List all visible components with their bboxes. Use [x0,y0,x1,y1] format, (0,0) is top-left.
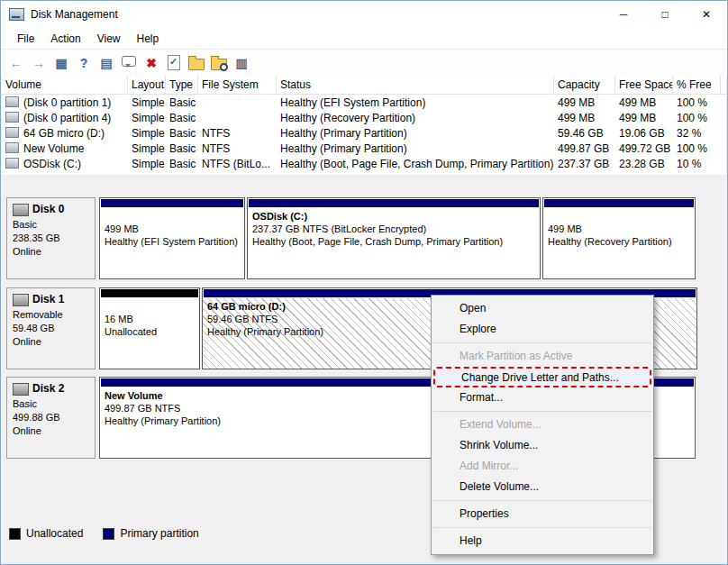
search-folder-icon[interactable] [210,54,228,72]
toolbar: ←→▦?▤✖▥ [1,49,727,77]
cell-layout: Simple [128,158,166,170]
volume-table-body: (Disk 0 partition 1)SimpleBasicHealthy (… [2,95,726,171]
cell-file_system: NTFS [198,142,277,155]
partition-color-bar [249,199,539,207]
cell-free_space: 23.28 GB [615,158,673,170]
context-menu-item-help[interactable]: Help [432,531,653,551]
context-menu-item-delete-volume[interactable]: Delete Volume... [432,477,653,497]
cell-status: Healthy (Recovery Partition) [277,112,554,124]
partition-body: 499 MBHealthy (EFI System Partition) [100,208,244,278]
partition-unallocated[interactable]: 16 MBUnallocated [99,287,200,369]
cell-type: Basic [166,142,198,155]
cell-status: Healthy (Primary Partition) [277,142,554,155]
table-row-64-gb-micro-d[interactable]: 64 GB micro (D:)SimpleBasicNTFSHealthy (… [2,125,726,141]
properties-icon[interactable]: ▥ [232,54,250,72]
action-pane-icon[interactable] [120,54,138,72]
app-icon [9,8,24,21]
menu-separator [433,500,651,501]
list-view-icon[interactable]: ▤ [97,54,115,72]
partition-size-line: 499 MB [105,223,240,235]
disk-size: 238.35 GB [13,232,89,245]
partition-body: 499 MBHealthy (Recovery Partition) [543,208,695,278]
context-menu-item-properties[interactable]: Properties [432,504,653,524]
partition-color-bar [544,199,694,207]
column-header-volume[interactable]: Volume [2,76,128,94]
column-header-type[interactable]: Type [166,76,198,94]
check-document-icon[interactable] [165,54,183,72]
column-header-status[interactable]: Status [277,76,554,94]
title-bar: Disk Management ─ □ ✕ [1,1,727,28]
table-row-disk-0-partition-4[interactable]: (Disk 0 partition 4)SimpleBasicHealthy (… [2,110,726,125]
refresh-folder-icon[interactable] [187,54,205,72]
context-menu-item-shrink-volume[interactable]: Shrink Volume... [432,435,653,456]
context-menu-item-change-drive-letter-and-paths[interactable]: Change Drive Letter and Paths... [433,367,651,387]
menu-bar: FileActionViewHelp [1,28,727,49]
context-menu-item-mark-partition-as-active: Mark Partition as Active [432,346,653,367]
cell-type: Basic [166,112,198,124]
menu-separator [433,411,651,412]
help-icon[interactable]: ? [75,54,93,72]
table-row-disk-0-partition-1[interactable]: (Disk 0 partition 1)SimpleBasicHealthy (… [2,95,726,110]
partition-osdisk-c[interactable]: OSDisk (C:)237.37 GB NTFS (BitLocker Enc… [247,197,541,279]
column-header-capacity[interactable]: Capacity [554,76,615,94]
disk-size: 499.88 GB [13,411,89,424]
partition-status-line: Healthy (Boot, Page File, Crash Dump, Pr… [252,235,535,248]
partition-size-line: 499 MB [548,223,690,235]
action-pane-icon-glyph [122,56,136,67]
cell-pct_free: 10 % [673,158,721,170]
disk-size: 59.48 GB [13,322,89,335]
volume-icon [5,142,19,153]
legend-swatch [9,528,21,540]
cell-capacity: 499 MB [554,112,615,124]
search-folder-icon-glyph [211,59,227,70]
disk-type: Basic [13,397,89,411]
cell-volume: 64 GB micro (D:) [2,127,128,140]
cell-type: Basic [166,127,198,140]
table-row-new-volume[interactable]: New VolumeSimpleBasicNTFSHealthy (Primar… [2,141,726,156]
column-header-file_system[interactable]: File System [198,76,277,94]
context-menu-item-format[interactable]: Format... [432,387,653,408]
disk-panel-disk-2[interactable]: Disk 2Basic499.88 GBOnline [6,377,96,459]
disk-panel-disk-1[interactable]: Disk 1Removable59.48 GBOnline [6,287,96,369]
partition-title [548,210,690,223]
minimize-button[interactable]: ─ [603,1,644,28]
column-header-layout[interactable]: Layout [128,76,166,94]
back-icon[interactable]: ← [7,54,25,72]
disk-status: Online [13,335,89,349]
menu-help[interactable]: Help [129,30,168,48]
column-header-free_space[interactable]: Free Space [615,76,673,94]
partition-healthy-efi-system-partition[interactable]: 499 MBHealthy (EFI System Partition) [99,197,245,279]
console-tree-icon[interactable]: ▦ [52,54,70,72]
context-menu-item-explore[interactable]: Explore [432,319,653,340]
cell-capacity: 499.87 GB [554,142,615,155]
partition-healthy-recovery-partition[interactable]: 499 MBHealthy (Recovery Partition) [542,197,696,279]
menu-file[interactable]: File [9,30,42,48]
menu-action[interactable]: Action [42,30,88,48]
partition-title: OSDisk (C:) [252,210,535,223]
table-row-osdisk-c[interactable]: OSDisk (C:)SimpleBasicNTFS (BitLo...Heal… [2,156,726,171]
forward-icon[interactable]: → [30,54,48,72]
cell-file_system: NTFS [198,127,277,140]
volume-table-header: VolumeLayoutTypeFile SystemStatusCapacit… [2,76,726,95]
disk-name: Disk 2 [32,382,64,396]
disk-management-window: Disk Management ─ □ ✕ FileActionViewHelp… [0,0,728,565]
volume-icon [5,127,19,138]
cell-capacity: 237.37 GB [554,158,615,170]
legend-label: Primary partition [120,527,198,540]
context-menu-item-open[interactable]: Open [432,298,653,319]
column-header-pct_free[interactable]: % Free [673,76,721,94]
partition-status-line: Unallocated [105,325,195,338]
volume-table: VolumeLayoutTypeFile SystemStatusCapacit… [2,76,726,175]
close-button[interactable]: ✕ [686,1,727,28]
maximize-button[interactable]: □ [644,1,686,28]
delete-icon[interactable]: ✖ [142,54,160,72]
disk-panel-disk-0[interactable]: Disk 0Basic238.35 GBOnline [6,197,96,279]
cell-free_space: 19.06 GB [615,127,673,140]
menu-separator [433,527,651,528]
cell-layout: Simple [128,142,166,155]
menu-view[interactable]: View [89,30,129,48]
window-controls: ─ □ ✕ [603,1,727,28]
disk-name: Disk 1 [32,293,64,306]
refresh-folder-icon-glyph [188,59,205,70]
cell-status: Healthy (EFI System Partition) [277,96,554,109]
